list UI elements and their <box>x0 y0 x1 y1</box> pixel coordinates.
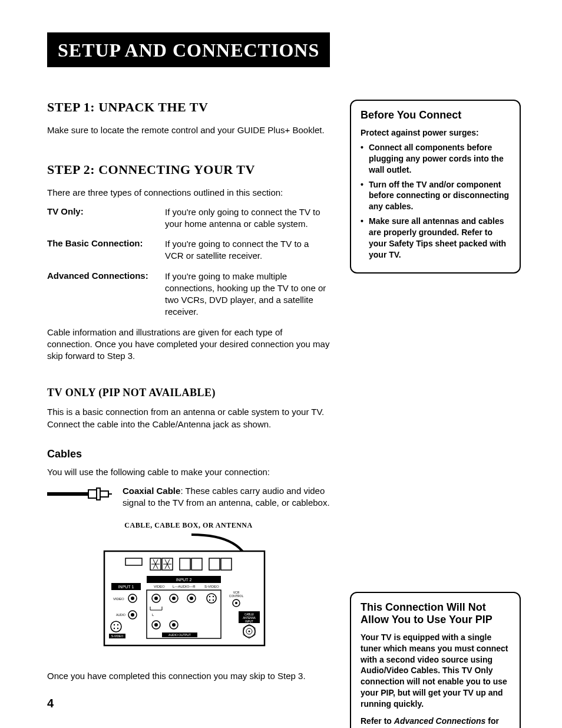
step2-intro: There are three types of connections out… <box>47 187 330 199</box>
svg-rect-13 <box>221 558 232 570</box>
callout-pip-warning: This Connection Will Not Allow You to Us… <box>350 592 521 728</box>
page-banner: Setup and Connections <box>47 32 330 67</box>
callout2-title: This Connection Will Not Allow You to Us… <box>361 601 510 626</box>
svg-point-42 <box>154 597 158 600</box>
svg-point-69 <box>249 630 250 632</box>
diagram-caption: Cable, Cable Box, or Antenna <box>47 521 330 530</box>
callout1-item: Make sure all antennas and cables are pr… <box>361 216 510 261</box>
step2-outro: Cable information and illustrations are … <box>47 327 330 363</box>
table-row: TV Only: If you're only going to connect… <box>47 206 330 230</box>
svg-rect-10 <box>180 558 190 570</box>
svg-rect-3 <box>100 491 108 497</box>
desc-advanced: If you're going to make multiple connect… <box>165 271 330 318</box>
svg-point-48 <box>209 595 210 597</box>
cables-heading: Cables <box>47 448 330 460</box>
svg-rect-1 <box>88 490 97 498</box>
svg-text:INPUT: INPUT <box>245 620 253 623</box>
callout1-title: Before You Connect <box>361 109 510 121</box>
callout1-item: Turn off the TV and/or component before … <box>361 179 510 213</box>
svg-point-35 <box>117 624 118 625</box>
page-number: 4 <box>47 697 54 710</box>
after-diagram-text: Once you have completed this connection … <box>47 670 330 682</box>
svg-point-46 <box>190 597 193 600</box>
svg-rect-7 <box>125 558 142 565</box>
table-row: The Basic Connection: If you're going to… <box>47 238 330 262</box>
svg-point-56 <box>172 623 176 627</box>
svg-point-47 <box>207 594 216 603</box>
svg-text:AUDIO: AUDIO <box>116 613 125 617</box>
callout1-item: Connect all components before plugging a… <box>361 142 510 176</box>
svg-point-51 <box>213 599 214 600</box>
svg-text:L—AUDIO—R: L—AUDIO—R <box>173 585 196 588</box>
svg-rect-11 <box>191 558 202 570</box>
svg-text:VIDEO: VIDEO <box>113 597 124 601</box>
svg-point-44 <box>172 597 176 600</box>
svg-point-49 <box>213 595 214 597</box>
svg-text:INPUT 1: INPUT 1 <box>118 585 134 589</box>
term-tvonly: TV Only: <box>47 206 159 230</box>
term-advanced: Advanced Connections: <box>47 271 159 318</box>
coax-desc: Coaxial Cable: These cables carry audio … <box>123 485 330 509</box>
step1-heading: Step 1: Unpack the TV <box>47 100 330 115</box>
svg-point-32 <box>131 613 134 617</box>
svg-text:AUDIO OUTPUT: AUDIO OUTPUT <box>168 633 191 637</box>
svg-point-50 <box>209 599 210 600</box>
svg-point-33 <box>111 621 121 632</box>
svg-rect-12 <box>209 558 220 570</box>
callout-before-connect: Before You Connect Protect against power… <box>350 100 521 274</box>
table-row: Advanced Connections: If you're going to… <box>47 271 330 318</box>
svg-text:CABLE/: CABLE/ <box>244 613 254 616</box>
svg-text:VIDEO: VIDEO <box>154 585 165 588</box>
callout1-intro: Protect against power surges: <box>361 127 510 139</box>
svg-text:ANTENNA: ANTENNA <box>243 617 256 620</box>
connection-diagram: Cable, Cable Box, or Antenna <box>47 521 330 654</box>
svg-point-36 <box>114 627 115 628</box>
callout2-p2: Refer to Advanced Connections for connec… <box>361 716 510 728</box>
desc-tvonly: If you're only going to connect the TV t… <box>165 206 330 230</box>
svg-point-29 <box>131 597 134 600</box>
svg-text:CONTROL: CONTROL <box>229 594 244 598</box>
right-column: Before You Connect Protect against power… <box>350 100 521 728</box>
term-basic: The Basic Connection: <box>47 238 159 262</box>
coax-cable-icon <box>47 487 112 503</box>
svg-text:S-VIDEO: S-VIDEO <box>111 634 124 638</box>
desc-basic: If you're going to connect the TV to a V… <box>165 238 330 262</box>
svg-point-54 <box>154 623 158 627</box>
svg-point-62 <box>235 602 237 604</box>
svg-point-37 <box>117 627 118 628</box>
callout2-p1: Your TV is equipped with a single tuner … <box>361 632 510 710</box>
step2-heading: Step 2: Connecting Your TV <box>47 162 330 177</box>
svg-text:S-VIDEO: S-VIDEO <box>204 585 219 588</box>
cables-intro: You will use the following cable to make… <box>47 466 330 478</box>
step1-body: Make sure to locate the remote control a… <box>47 124 330 136</box>
svg-text:INPUT 2: INPUT 2 <box>176 578 192 582</box>
connection-types-table: TV Only: If you're only going to connect… <box>47 206 330 318</box>
left-column: Step 1: Unpack the TV Make sure to locat… <box>47 100 330 728</box>
tvonly-body: This is a basic connection from an anten… <box>47 406 330 430</box>
tvonly-heading: TV Only (PIP not available) <box>47 387 330 399</box>
coax-label: Coaxial Cable <box>123 486 180 496</box>
svg-point-34 <box>114 624 115 625</box>
